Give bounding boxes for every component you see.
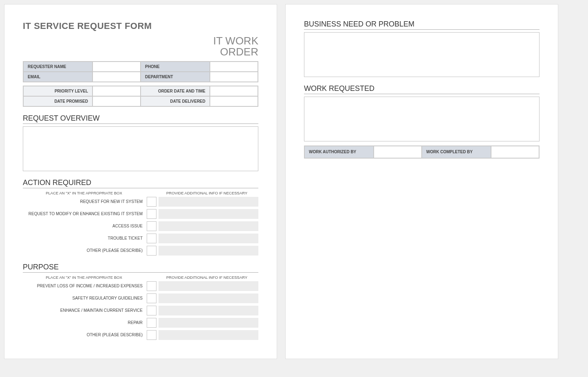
purpose-item-row: SAFETY REGULATORY GUIDELINES [23,293,258,303]
purpose-item-row: PREVENT LOSS OF INCOME / INCREASED EXPEN… [23,281,258,291]
purpose-item-row: REPAIR [23,318,258,328]
form-subtitle: IT WORK ORDER [23,35,258,58]
page-1: IT SERVICE REQUEST FORM IT WORK ORDER RE… [4,4,277,359]
purpose-item-label: REPAIR [23,318,145,328]
work-authorized-by-field[interactable] [374,146,422,158]
work-requested-heading: WORK REQUESTED [304,84,540,94]
authorization-table: WORK AUTHORIZED BY WORK COMPLETED BY [304,146,540,159]
action-item-label: ACCESS ISSUE [23,221,145,231]
purpose-item-info-field[interactable] [159,330,258,340]
action-item-label: REQUEST TO MODIFY OR ENHANCE EXISTING IT… [23,209,145,219]
action-item-info-field[interactable] [159,221,258,231]
action-item-label: REQUEST FOR NEW IT SYSTEM [23,197,145,207]
business-need-field[interactable] [304,32,540,77]
work-completed-by-label: WORK COMPLETED BY [422,146,491,158]
purpose-item-checkbox[interactable] [147,293,156,303]
action-col-right-instr: PROVIDE ADDITIONAL INFO IF NECESSARY [155,191,258,195]
subtitle-line-2: ORDER [220,46,258,58]
purpose-item-row: OTHER (PLEASE DESCRIBE) [23,330,258,340]
action-item-info-field[interactable] [159,197,258,207]
action-item-label: TROUBLE TICKET [23,234,145,243]
action-item-info-field[interactable] [159,234,258,243]
purpose-heading: PURPOSE [23,263,258,273]
business-need-heading: BUSINESS NEED OR PROBLEM [304,20,540,30]
action-item-info-field[interactable] [159,209,258,219]
email-label: EMAIL [23,72,92,82]
purpose-list: PREVENT LOSS OF INCOME / INCREASED EXPEN… [23,281,258,340]
priority-label: PRIORITY LEVEL [23,86,92,96]
purpose-item-info-field[interactable] [159,293,258,303]
purpose-col-right-instr: PROVIDE ADDITIONAL INFO IF NECESSARY [155,275,258,280]
action-col-left-instr: PLACE AN "X" IN THE APPROPRIATE BOX [23,191,145,195]
department-label: DEPARTMENT [141,72,210,82]
purpose-item-info-field[interactable] [159,281,258,291]
action-item-row: REQUEST FOR NEW IT SYSTEM [23,197,258,207]
purpose-item-label: OTHER (PLEASE DESCRIBE) [23,330,145,340]
requester-name-label: REQUESTER NAME [23,62,92,72]
request-overview-heading: REQUEST OVERVIEW [23,114,258,124]
purpose-item-row: ENHANCE / MAINTAIN CURRENT SERVICE [23,306,258,315]
purpose-col-left-instr: PLACE AN "X" IN THE APPROPRIATE BOX [23,275,145,280]
action-item-row: ACCESS ISSUE [23,221,258,231]
order-date-field[interactable] [210,86,258,96]
order-date-label: ORDER DATE AND TIME [141,86,210,96]
form-title: IT SERVICE REQUEST FORM [23,21,258,31]
purpose-item-label: PREVENT LOSS OF INCOME / INCREASED EXPEN… [23,281,145,291]
action-item-checkbox[interactable] [147,221,156,231]
meta-table: PRIORITY LEVEL ORDER DATE AND TIME DATE … [23,86,258,107]
priority-field[interactable] [92,86,141,96]
purpose-item-checkbox[interactable] [147,318,156,328]
date-promised-label: DATE PROMISED [23,96,92,106]
purpose-item-label: SAFETY REGULATORY GUIDELINES [23,293,145,303]
phone-field[interactable] [210,62,258,72]
subtitle-line-1: IT WORK [213,35,258,47]
action-item-checkbox[interactable] [147,209,156,219]
work-authorized-by-label: WORK AUTHORIZED BY [304,146,374,158]
action-item-row: OTHER (PLEASE DESCRIBE) [23,246,258,256]
action-required-list: REQUEST FOR NEW IT SYSTEMREQUEST TO MODI… [23,197,258,256]
request-overview-field[interactable] [23,126,258,171]
purpose-item-label: ENHANCE / MAINTAIN CURRENT SERVICE [23,306,145,315]
action-item-checkbox[interactable] [147,197,156,207]
purpose-item-checkbox[interactable] [147,281,156,291]
email-field[interactable] [92,72,141,82]
page-2: BUSINESS NEED OR PROBLEM WORK REQUESTED … [285,4,558,359]
date-delivered-label: DATE DELIVERED [141,96,210,106]
purpose-columns-header: PLACE AN "X" IN THE APPROPRIATE BOX PROV… [23,275,258,280]
work-completed-by-field[interactable] [491,146,539,158]
action-columns-header: PLACE AN "X" IN THE APPROPRIATE BOX PROV… [23,191,258,195]
date-delivered-field[interactable] [210,96,258,106]
phone-label: PHONE [141,62,210,72]
action-required-heading: ACTION REQUIRED [23,179,258,188]
action-item-info-field[interactable] [159,246,258,256]
purpose-item-info-field[interactable] [159,318,258,328]
action-item-row: REQUEST TO MODIFY OR ENHANCE EXISTING IT… [23,209,258,219]
work-requested-field[interactable] [304,97,540,141]
action-item-label: OTHER (PLEASE DESCRIBE) [23,246,145,256]
action-item-row: TROUBLE TICKET [23,234,258,243]
action-item-checkbox[interactable] [147,246,156,256]
purpose-item-checkbox[interactable] [147,306,156,315]
purpose-item-info-field[interactable] [159,306,258,315]
action-item-checkbox[interactable] [147,234,156,243]
department-field[interactable] [210,72,258,82]
date-promised-field[interactable] [92,96,141,106]
requester-table: REQUESTER NAME PHONE EMAIL DEPARTMENT [23,61,258,82]
requester-name-field[interactable] [92,62,141,72]
purpose-item-checkbox[interactable] [147,330,156,340]
